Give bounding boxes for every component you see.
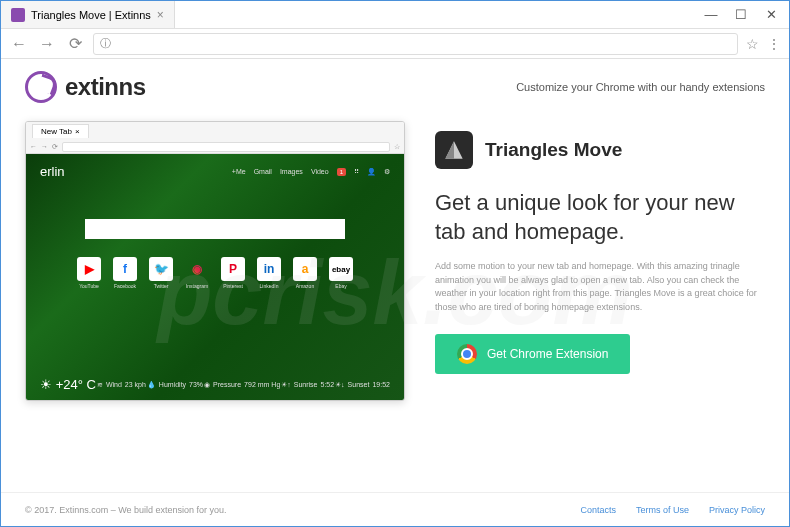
linkedin-icon: in bbox=[257, 257, 281, 281]
shortcut-instagram: ◉Instagram bbox=[183, 257, 211, 289]
reload-icon: ⟳ bbox=[52, 143, 58, 151]
cta-label: Get Chrome Extension bbox=[487, 347, 608, 361]
footer-links: Contacts Terms of Use Privacy Policy bbox=[580, 505, 765, 515]
shortcut-label: Amazon bbox=[291, 283, 319, 289]
browser-window: Triangles Move | Extinns × — ☐ ✕ ← → ⟳ ⓘ… bbox=[0, 0, 790, 527]
link-me: +Me bbox=[232, 168, 246, 175]
browser-toolbar: ← → ⟳ ⓘ ☆ ⋮ bbox=[1, 29, 789, 59]
shortcut-label: LinkedIn bbox=[255, 283, 283, 289]
shortcut-youtube: ▶YouTube bbox=[75, 257, 103, 289]
preview-toolbar: ← → ⟳ ☆ bbox=[26, 140, 404, 154]
logo-icon bbox=[25, 71, 57, 103]
page-content: extinns Customize your Chrome with our h… bbox=[1, 59, 789, 526]
window-controls: — ☐ ✕ bbox=[705, 9, 789, 21]
promo-column: Triangles Move Get a unique look for you… bbox=[435, 121, 765, 401]
close-icon[interactable]: × bbox=[157, 8, 164, 22]
menu-icon[interactable]: ⋮ bbox=[767, 36, 781, 52]
preview-search-input bbox=[85, 219, 345, 239]
preview-city: erlin bbox=[40, 164, 65, 179]
footer-link-contacts[interactable]: Contacts bbox=[580, 505, 616, 515]
preview-titlebar: New Tab × bbox=[26, 122, 404, 140]
preview-topbar: erlin +Me Gmail Images Video 1 ⠿ 👤 ⚙ bbox=[40, 164, 390, 179]
shortcut-amazon: aAmazon bbox=[291, 257, 319, 289]
preview-address-bar bbox=[62, 142, 390, 152]
preview-window: New Tab × ← → ⟳ ☆ erlin +Me bbox=[25, 121, 405, 401]
address-bar[interactable]: ⓘ bbox=[93, 33, 738, 55]
minimize-icon[interactable]: — bbox=[705, 9, 717, 21]
shortcut-label: Twitter bbox=[147, 283, 175, 289]
shortcut-label: Instagram bbox=[183, 283, 211, 289]
shortcut-ebay: ebayEbay bbox=[327, 257, 355, 289]
link-gmail: Gmail bbox=[254, 168, 272, 175]
back-icon[interactable]: ← bbox=[9, 34, 29, 54]
footer-link-privacy[interactable]: Privacy Policy bbox=[709, 505, 765, 515]
notification-badge: 1 bbox=[337, 168, 346, 176]
header-tagline: Customize your Chrome with our handy ext… bbox=[516, 81, 765, 93]
preview-shortcuts: ▶YouTubefFacebook🐦Twitter◉InstagramPPint… bbox=[40, 257, 390, 289]
bookmark-icon[interactable]: ☆ bbox=[746, 36, 759, 52]
chrome-icon bbox=[457, 344, 477, 364]
shortcut-linkedin: inLinkedIn bbox=[255, 257, 283, 289]
facebook-icon: f bbox=[113, 257, 137, 281]
preview-newtab: erlin +Me Gmail Images Video 1 ⠿ 👤 ⚙ bbox=[26, 154, 404, 400]
promo-header: Triangles Move bbox=[435, 131, 765, 169]
stat-sunset: ☀↓ Sunset 19:52 bbox=[335, 381, 390, 389]
product-icon bbox=[435, 131, 473, 169]
site-header: extinns Customize your Chrome with our h… bbox=[1, 59, 789, 121]
main-content: New Tab × ← → ⟳ ☆ erlin +Me bbox=[1, 121, 789, 401]
shortcut-label: YouTube bbox=[75, 283, 103, 289]
stat-sunrise: ☀↑ Sunrise 5:52 bbox=[281, 381, 334, 389]
footer-copyright: © 2017. Extinns.com – We build extension… bbox=[25, 505, 227, 515]
youtube-icon: ▶ bbox=[77, 257, 101, 281]
shortcut-label: Pinterest bbox=[219, 283, 247, 289]
browser-tab[interactable]: Triangles Move | Extinns × bbox=[1, 1, 175, 28]
back-icon: ← bbox=[30, 143, 37, 150]
reload-icon[interactable]: ⟳ bbox=[65, 34, 85, 54]
product-title: Triangles Move bbox=[485, 139, 622, 161]
footer-link-terms[interactable]: Terms of Use bbox=[636, 505, 689, 515]
preview-weather-bar: ☀ +24° C ≋ Wind 23 kph 💧 Humidity 73% ◉ … bbox=[40, 377, 390, 392]
temperature: ☀ +24° C bbox=[40, 377, 96, 392]
forward-icon: → bbox=[41, 143, 48, 150]
shortcut-pinterest: PPinterest bbox=[219, 257, 247, 289]
stat-humidity: 💧 Humidity 73% bbox=[147, 381, 203, 389]
link-images: Images bbox=[280, 168, 303, 175]
shortcut-label: Ebay bbox=[327, 283, 355, 289]
twitter-icon: 🐦 bbox=[149, 257, 173, 281]
forward-icon[interactable]: → bbox=[37, 34, 57, 54]
stat-wind: ≋ Wind 23 kph bbox=[97, 381, 146, 389]
preview-tab-label: New Tab bbox=[41, 127, 72, 136]
ebay-icon: ebay bbox=[329, 257, 353, 281]
close-icon: × bbox=[75, 127, 80, 136]
avatar-icon: 👤 bbox=[367, 168, 376, 176]
info-icon: ⓘ bbox=[100, 36, 111, 51]
pinterest-icon: P bbox=[221, 257, 245, 281]
svg-marker-1 bbox=[445, 141, 454, 158]
shortcut-twitter: 🐦Twitter bbox=[147, 257, 175, 289]
tab-title: Triangles Move | Extinns bbox=[31, 9, 151, 21]
gear-icon: ⚙ bbox=[384, 168, 390, 176]
preview-top-links: +Me Gmail Images Video 1 ⠿ 👤 ⚙ bbox=[232, 168, 390, 176]
logo-text: extinns bbox=[65, 73, 146, 101]
stat-pressure: ◉ Pressure 792 mm Hg bbox=[204, 381, 280, 389]
shortcut-facebook: fFacebook bbox=[111, 257, 139, 289]
shortcut-label: Facebook bbox=[111, 283, 139, 289]
promo-description: Add some motion to your new tab and home… bbox=[435, 260, 765, 314]
instagram-icon: ◉ bbox=[185, 257, 209, 281]
star-icon: ☆ bbox=[394, 143, 400, 151]
tab-favicon-icon bbox=[11, 8, 25, 22]
link-video: Video bbox=[311, 168, 329, 175]
close-window-icon[interactable]: ✕ bbox=[765, 9, 777, 21]
maximize-icon[interactable]: ☐ bbox=[735, 9, 747, 21]
titlebar: Triangles Move | Extinns × — ☐ ✕ bbox=[1, 1, 789, 29]
preview-tab: New Tab × bbox=[32, 124, 89, 138]
get-extension-button[interactable]: Get Chrome Extension bbox=[435, 334, 630, 374]
apps-icon: ⠿ bbox=[354, 168, 359, 176]
site-footer: © 2017. Extinns.com – We build extension… bbox=[1, 492, 789, 526]
logo[interactable]: extinns bbox=[25, 71, 146, 103]
amazon-icon: a bbox=[293, 257, 317, 281]
promo-headline: Get a unique look for your new tab and h… bbox=[435, 189, 765, 246]
